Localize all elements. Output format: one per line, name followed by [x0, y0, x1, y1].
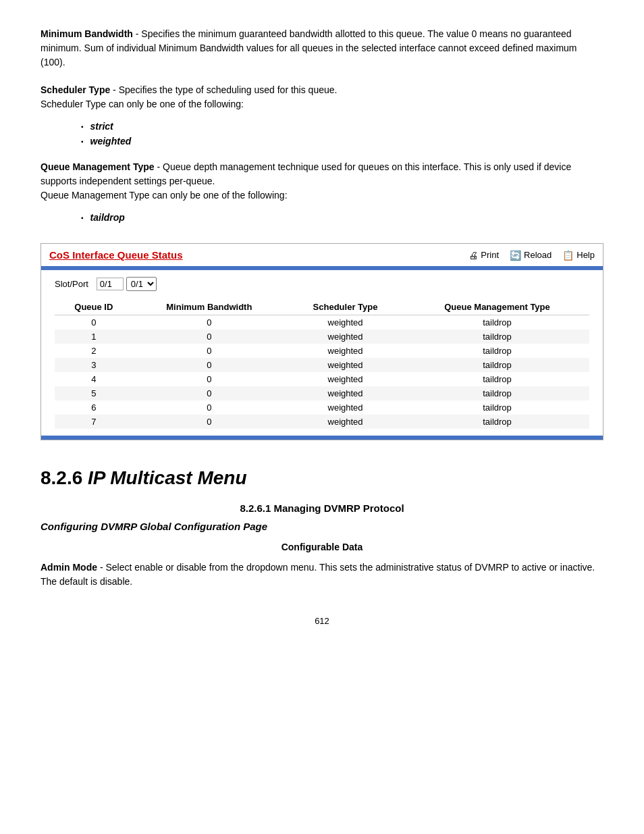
- table-cell-minBw: 0: [133, 315, 286, 330]
- table-cell-queueId: 2: [55, 344, 133, 358]
- reload-button[interactable]: Reload: [510, 250, 552, 261]
- subsection-8261: 8.2.6.1 Managing DVMRP Protocol: [41, 502, 603, 514]
- slot-port-row: Slot/Port 0/1: [55, 277, 589, 291]
- help-icon: [562, 250, 574, 261]
- admin-mode-label: Admin Mode: [41, 562, 97, 573]
- scheduler-type-list: strict weighted: [81, 121, 603, 147]
- scheduler-type-text2: Scheduler Type can only be one of the fo…: [41, 99, 244, 109]
- table-cell-minBw: 0: [133, 344, 286, 358]
- table-cell-schedulerType: weighted: [286, 358, 405, 372]
- admin-mode-para: Admin Mode - Select enable or disable fr…: [41, 561, 603, 589]
- table-cell-minBw: 0: [133, 330, 286, 344]
- cos-widget-body: Slot/Port 0/1 Queue ID Minimum Bandwidth…: [41, 270, 603, 436]
- min-bandwidth-section: Minimum Bandwidth - Specifies the minimu…: [41, 27, 603, 70]
- list-item: weighted: [81, 136, 603, 147]
- slot-port-label: Slot/Port: [55, 279, 88, 289]
- table-cell-schedulerType: weighted: [286, 400, 405, 415]
- table-cell-queueMgmt: taildrop: [405, 400, 589, 415]
- queue-mgmt-para: Queue Management Type - Queue depth mana…: [41, 160, 603, 203]
- slot-port-select[interactable]: 0/1: [126, 277, 157, 291]
- reload-icon: [510, 250, 521, 261]
- table-cell-queueMgmt: taildrop: [405, 358, 589, 372]
- table-cell-queueId: 3: [55, 358, 133, 372]
- admin-mode-section: Admin Mode - Select enable or disable fr…: [41, 561, 603, 589]
- table-row: 40weightedtaildrop: [55, 372, 589, 386]
- section-826-title: IP Multicast Menu: [88, 467, 246, 488]
- scheduler-type-label: Scheduler Type: [41, 84, 110, 95]
- reload-label: Reload: [524, 250, 552, 260]
- print-icon: [468, 250, 478, 261]
- cos-widget-title: CoS Interface Queue Status: [49, 249, 183, 261]
- table-cell-queueId: 7: [55, 415, 133, 429]
- slot-port-value: 0/1: [97, 277, 157, 291]
- subsection-8261-number: 8.2.6.1: [240, 502, 271, 514]
- table-cell-queueMgmt: taildrop: [405, 315, 589, 330]
- col-header-min-bw: Minimum Bandwidth: [133, 299, 286, 315]
- table-cell-queueId: 6: [55, 400, 133, 415]
- list-item: taildrop: [81, 212, 603, 223]
- configurable-data-heading: Configurable Data: [41, 542, 603, 552]
- queue-mgmt-section: Queue Management Type - Queue depth mana…: [41, 160, 603, 223]
- print-label: Print: [481, 250, 499, 260]
- table-row: 10weightedtaildrop: [55, 330, 589, 344]
- table-cell-queueMgmt: taildrop: [405, 386, 589, 400]
- table-row: 20weightedtaildrop: [55, 344, 589, 358]
- col-header-scheduler: Scheduler Type: [286, 299, 405, 315]
- table-cell-schedulerType: weighted: [286, 330, 405, 344]
- table-cell-schedulerType: weighted: [286, 386, 405, 400]
- table-row: 50weightedtaildrop: [55, 386, 589, 400]
- section-826-number: 8.2.6: [41, 467, 82, 488]
- help-label: Help: [576, 250, 595, 260]
- col-header-queue-id: Queue ID: [55, 299, 133, 315]
- page-number: 612: [41, 616, 603, 626]
- table-row: 70weightedtaildrop: [55, 415, 589, 429]
- cos-table: Queue ID Minimum Bandwidth Scheduler Typ…: [55, 299, 589, 429]
- help-button[interactable]: Help: [562, 250, 595, 261]
- table-cell-minBw: 0: [133, 358, 286, 372]
- cos-widget-actions: Print Reload Help: [468, 250, 595, 261]
- cos-widget-header: CoS Interface Queue Status Print Reload …: [41, 244, 603, 266]
- table-cell-schedulerType: weighted: [286, 372, 405, 386]
- configuring-dvmrp-heading: Configuring DVMRP Global Configuration P…: [41, 521, 603, 532]
- table-cell-queueMgmt: taildrop: [405, 330, 589, 344]
- admin-mode-text: - Select enable or disable from the drop…: [41, 562, 595, 587]
- section-826: 8.2.6 IP Multicast Menu: [41, 467, 603, 489]
- col-header-queue-mgmt: Queue Management Type: [405, 299, 589, 315]
- table-cell-schedulerType: weighted: [286, 315, 405, 330]
- table-row: 30weightedtaildrop: [55, 358, 589, 372]
- min-bandwidth-label: Minimum Bandwidth: [41, 28, 133, 39]
- list-item: strict: [81, 121, 603, 132]
- table-header-row: Queue ID Minimum Bandwidth Scheduler Typ…: [55, 299, 589, 315]
- table-cell-queueId: 1: [55, 330, 133, 344]
- table-cell-queueMgmt: taildrop: [405, 344, 589, 358]
- table-cell-schedulerType: weighted: [286, 415, 405, 429]
- table-cell-queueMgmt: taildrop: [405, 372, 589, 386]
- table-cell-queueId: 5: [55, 386, 133, 400]
- scheduler-type-text1: - Specifies the type of scheduling used …: [110, 84, 337, 95]
- table-row: 60weightedtaildrop: [55, 400, 589, 415]
- queue-mgmt-label: Queue Management Type: [41, 161, 155, 172]
- scheduler-type-para: Scheduler Type - Specifies the type of s…: [41, 83, 603, 111]
- table-cell-schedulerType: weighted: [286, 344, 405, 358]
- table-cell-minBw: 0: [133, 400, 286, 415]
- table-cell-minBw: 0: [133, 415, 286, 429]
- subsection-8261-title: Managing DVMRP Protocol: [273, 502, 404, 514]
- table-cell-minBw: 0: [133, 372, 286, 386]
- table-cell-queueMgmt: taildrop: [405, 415, 589, 429]
- print-button[interactable]: Print: [468, 250, 499, 261]
- table-cell-minBw: 0: [133, 386, 286, 400]
- min-bandwidth-para: Minimum Bandwidth - Specifies the minimu…: [41, 27, 603, 70]
- table-cell-queueId: 4: [55, 372, 133, 386]
- queue-mgmt-text2: Queue Management Type can only be one of…: [41, 190, 288, 201]
- scheduler-type-section: Scheduler Type - Specifies the type of s…: [41, 83, 603, 147]
- slot-port-input[interactable]: [97, 278, 124, 290]
- table-cell-queueId: 0: [55, 315, 133, 330]
- cos-widget: CoS Interface Queue Status Print Reload …: [41, 243, 603, 440]
- table-row: 00weightedtaildrop: [55, 315, 589, 330]
- cos-bottom-bar: [41, 436, 603, 440]
- queue-mgmt-list: taildrop: [81, 212, 603, 223]
